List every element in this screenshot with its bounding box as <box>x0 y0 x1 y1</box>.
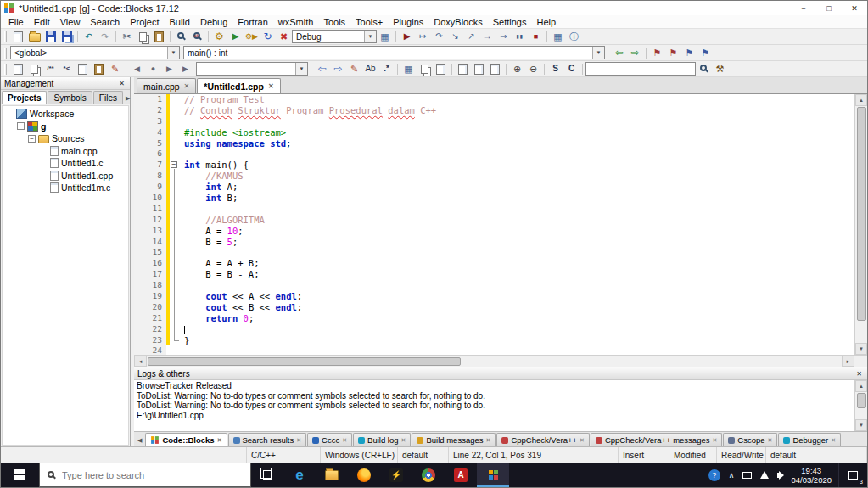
save-all-button[interactable] <box>59 30 75 44</box>
management-tab-symbols[interactable]: Symbols <box>48 91 92 104</box>
fold-margin[interactable] <box>170 313 180 324</box>
code-text[interactable]: B = B - A; <box>180 269 260 280</box>
menu-item-project[interactable]: Project <box>125 16 164 28</box>
edit-config-button[interactable]: ✎ <box>107 62 123 76</box>
next-line-button[interactable]: ↷ <box>431 30 447 44</box>
tab-close-icon[interactable]: ✕ <box>184 82 190 90</box>
fold-margin[interactable] <box>170 105 180 116</box>
code-text[interactable]: } <box>180 335 189 346</box>
fold-margin[interactable] <box>170 269 180 280</box>
scroll-right-icon[interactable]: ► <box>842 356 854 367</box>
fold-margin[interactable] <box>170 302 180 313</box>
action-center-button[interactable]: 3 <box>838 463 867 487</box>
code-text[interactable] <box>180 116 184 127</box>
code-text[interactable] <box>180 324 185 335</box>
toolbar-grip[interactable] <box>4 48 7 59</box>
fold-margin[interactable] <box>170 127 180 138</box>
tree-item-untitled1-cpp[interactable]: Untitled1.cpp <box>3 170 128 182</box>
fold-margin[interactable] <box>170 324 180 335</box>
jump-first-button[interactable]: ◀ <box>129 62 145 76</box>
code-text[interactable]: using namespace std; <box>180 138 291 149</box>
volume-tray-button[interactable] <box>773 463 784 487</box>
code-text[interactable] <box>180 204 184 215</box>
cut-button[interactable]: ✂ <box>119 30 135 44</box>
scroll-down-icon[interactable]: ▼ <box>855 343 867 355</box>
abort-build-button[interactable]: ✖ <box>276 30 292 44</box>
code-text[interactable] <box>180 345 184 355</box>
clear-bookmarks-button[interactable]: ⚑ <box>697 46 714 60</box>
previous-bookmark-button[interactable]: ⚑ <box>665 46 681 60</box>
search-toolbar-button[interactable] <box>696 62 712 76</box>
taskbar-codeblocks-app[interactable] <box>477 463 509 487</box>
debug-continue-button[interactable]: ▶ <box>399 30 415 44</box>
menu-item-doxyblocks[interactable]: DoxyBlocks <box>428 16 487 28</box>
menu-item-fortran[interactable]: Fortran <box>232 16 272 28</box>
editor-vertical-scrollbar[interactable]: ▲ ▼ <box>854 94 867 355</box>
rebuild-button[interactable]: ↻ <box>260 30 276 44</box>
fold-collapse-icon[interactable]: − <box>171 161 177 168</box>
tab-close-icon[interactable]: ✕ <box>486 437 491 444</box>
unsplit-button[interactable] <box>433 62 449 76</box>
tree-item-main-cpp[interactable]: main.cpp <box>3 145 128 158</box>
code-text[interactable]: cout << B << endl; <box>180 302 302 313</box>
redo-button[interactable]: ↷ <box>97 30 113 44</box>
fold-margin[interactable] <box>170 215 180 226</box>
logs-vertical-scrollbar[interactable]: ▲ ▼ <box>854 380 867 431</box>
menu-item-help[interactable]: Help <box>531 16 561 28</box>
code-text[interactable]: int A; <box>180 182 238 193</box>
tab-close-icon[interactable]: ✕ <box>712 437 717 444</box>
fold-margin[interactable] <box>170 345 180 355</box>
menu-item-settings[interactable]: Settings <box>488 16 532 28</box>
build-button[interactable]: ⚙ <box>211 30 227 44</box>
management-close-icon[interactable]: ✕ <box>117 80 126 87</box>
run-html-button[interactable] <box>75 62 91 76</box>
code-text[interactable]: int main() { <box>180 160 249 171</box>
zoom-out-button[interactable]: ⊖ <box>525 62 541 76</box>
jump-forward-button[interactable]: ⇨ <box>627 46 643 60</box>
stop-debugger-button[interactable]: ■ <box>528 30 544 44</box>
code-text[interactable]: A = A + B; <box>180 258 260 269</box>
editor-horizontal-scrollbar[interactable]: ◄ ► <box>134 355 867 367</box>
fold-margin[interactable] <box>170 335 180 346</box>
taskbar-clock[interactable]: 19:43 04/03/2020 <box>784 466 838 485</box>
scrollbar-thumb[interactable] <box>148 357 461 366</box>
code-text[interactable]: B = 5; <box>180 237 238 248</box>
tab-close-icon[interactable]: ✕ <box>401 437 406 444</box>
next-bookmark-button[interactable]: ⚑ <box>681 46 697 60</box>
tab-close-icon[interactable]: ✕ <box>217 437 222 444</box>
tree-item-g[interactable]: −g <box>3 121 128 133</box>
taskbar-acrobat-app[interactable]: A <box>445 463 477 487</box>
taskbar-search[interactable] <box>39 463 251 487</box>
run-button[interactable]: ▶ <box>227 30 244 44</box>
tab-close-icon[interactable]: ✕ <box>831 437 836 444</box>
next-instruction-button[interactable]: → <box>479 30 496 44</box>
bottom-tab-cppcheck-vera[interactable]: CppCheck/Vera++✕ <box>496 433 590 446</box>
fold-margin[interactable] <box>170 94 180 105</box>
management-tab-files[interactable]: Files <box>93 91 123 104</box>
start-button[interactable] <box>1 463 39 487</box>
fortran-symbol-combo[interactable]: ▼ <box>196 62 308 76</box>
fold-margin[interactable] <box>170 171 180 182</box>
find-button[interactable] <box>173 30 189 44</box>
tab-close-icon[interactable]: ✕ <box>342 437 347 444</box>
fold-margin[interactable] <box>170 116 180 127</box>
code-text[interactable]: int B; <box>180 193 238 204</box>
management-tab-projects[interactable]: Projects <box>2 91 47 104</box>
close-button[interactable]: ✕ <box>842 1 867 15</box>
menu-item-wxsmith[interactable]: wxSmith <box>273 16 319 28</box>
nav-forward-button[interactable]: ⇨ <box>330 62 346 76</box>
tray-expand-button[interactable]: ∧ <box>725 463 739 487</box>
chevron-down-icon[interactable]: ▼ <box>167 47 179 59</box>
tab-scroll-left-icon[interactable]: ◀ <box>135 437 144 446</box>
toolbar-grip[interactable] <box>4 31 7 42</box>
taskbar-file-explorer-app[interactable] <box>316 463 348 487</box>
doxy-line-comment-button[interactable]: *< <box>59 62 75 76</box>
fold-margin[interactable] <box>170 149 180 160</box>
bottom-tab-cscope[interactable]: Cscope✕ <box>723 433 777 446</box>
doxy-block-comment-button[interactable]: /** <box>42 62 59 76</box>
run-chm-button[interactable] <box>91 62 107 76</box>
code-text[interactable]: // Program Test <box>180 94 265 105</box>
menu-item-build[interactable]: Build <box>164 16 194 28</box>
outline-3-button[interactable] <box>487 62 503 76</box>
nav-back-button[interactable]: ⇦ <box>314 62 330 76</box>
